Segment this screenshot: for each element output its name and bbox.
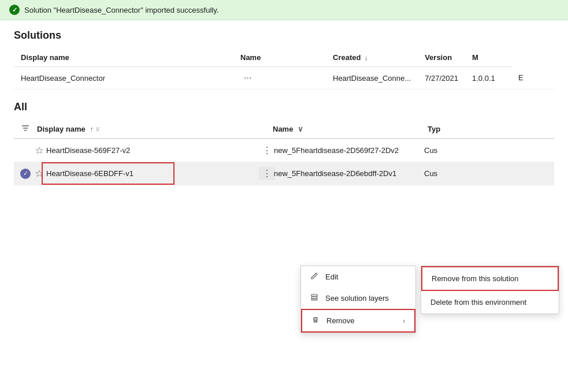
solutions-section: Solutions Display name Name Created ↓ <box>14 29 554 89</box>
cell-name: HeartDisease_Conne... <box>326 67 418 89</box>
menu-item-edit[interactable]: Edit <box>301 266 415 288</box>
cell-display-name: HeartDisease_Connector <box>14 67 233 89</box>
name-sort-icon: ∨ <box>298 125 303 133</box>
filter-icon[interactable] <box>18 124 32 135</box>
sub-menu: Remove from this solution Delete from th… <box>421 266 559 314</box>
row-name-1: new_5Fheartdisease-2D569f27-2Dv2 <box>274 146 424 155</box>
row-pin-1 <box>32 147 46 155</box>
row-ellipsis-1[interactable]: ⋮ <box>260 144 274 157</box>
success-icon <box>9 5 20 15</box>
solutions-table: Display name Name Created ↓ Version <box>14 48 554 89</box>
menu-item-see-layers[interactable]: See solution layers <box>301 288 415 309</box>
row-check-2: ✓ <box>18 169 32 179</box>
all-col-header-name[interactable]: Name ∨ <box>273 125 423 133</box>
menu-item-remove[interactable]: Remove › <box>301 309 415 333</box>
all-table-header: Display name ↑∨ Name ∨ Typ <box>14 120 554 139</box>
svg-rect-3 <box>311 294 317 296</box>
menu-layers-label: See solution layers <box>325 294 389 303</box>
all-col-header-display[interactable]: Display name ↑∨ <box>37 125 268 133</box>
row-pin-2 <box>32 170 46 178</box>
row-options-btn-2[interactable]: ⋮ <box>259 167 275 180</box>
layers-icon <box>310 293 320 303</box>
cell-version: 1.0.0.1 <box>465 67 511 89</box>
banner-message: Solution "HeartDisease_Connector" import… <box>24 6 218 14</box>
display-sort-icons: ↑∨ <box>90 125 101 133</box>
all-col-header-type: Typ <box>428 125 550 133</box>
cell-created: 7/27/2021 <box>418 67 465 89</box>
menu-remove-label: Remove <box>326 316 354 325</box>
row-display-name-1: HeartDisease-569F27-v2 <box>46 146 260 155</box>
col-header-name: Name <box>233 48 326 67</box>
col-header-display-name: Display name <box>14 48 233 67</box>
all-table-row[interactable]: HeartDisease-569F27-v2 ⋮ new_5Fheartdise… <box>14 139 554 162</box>
trash-icon <box>311 316 321 326</box>
row-display-name-2: HeartDisease-6EBDFF-v1 <box>46 169 260 178</box>
all-section: All Display name ↑∨ Name ∨ Ty <box>14 101 554 185</box>
table-row[interactable]: HeartDisease_Connector ··· HeartDisease_… <box>14 67 554 89</box>
submenu-item-remove-solution[interactable]: Remove from this solution <box>421 266 559 291</box>
col-header-created[interactable]: Created ↓ <box>326 48 418 67</box>
all-title: All <box>14 101 554 113</box>
edit-icon <box>310 272 320 282</box>
solutions-title: Solutions <box>14 29 554 42</box>
row-type-2: Cus <box>424 169 550 178</box>
svg-rect-4 <box>311 297 317 298</box>
success-banner: Solution "HeartDisease_Connector" import… <box>0 0 568 20</box>
col-header-version: Version <box>418 48 465 67</box>
cell-managed: E <box>511 67 554 89</box>
created-sort-icon: ↓ <box>364 53 368 62</box>
row-type-1: Cus <box>424 146 550 155</box>
page-content: Solutions Display name Name Created ↓ <box>0 20 568 195</box>
row-options-btn-1[interactable]: ⋮ <box>259 144 275 157</box>
col-header-managed: M <box>465 48 511 67</box>
all-table-row-selected[interactable]: ✓ HeartDisease-6EBDFF-v1 ⋮ new_5Fheartdi… <box>14 162 554 185</box>
row-options-button[interactable]: ··· <box>240 72 255 84</box>
row-name-2: new_5Fheartdisease-2D6ebdff-2Dv1 <box>274 169 424 178</box>
submenu-item-delete-environment[interactable]: Delete from this environment <box>421 291 559 313</box>
context-menu: Edit See solution layers Remove › <box>300 266 416 333</box>
cell-ellipsis-col: ··· <box>233 67 326 89</box>
submenu-remove-solution-label: Remove from this solution <box>432 274 518 283</box>
svg-rect-5 <box>311 299 317 300</box>
menu-edit-label: Edit <box>325 272 338 281</box>
submenu-arrow: › <box>403 317 405 325</box>
check-circle: ✓ <box>20 169 31 179</box>
submenu-delete-env-label: Delete from this environment <box>430 298 526 307</box>
row-ellipsis-2[interactable]: ⋮ <box>260 167 274 180</box>
